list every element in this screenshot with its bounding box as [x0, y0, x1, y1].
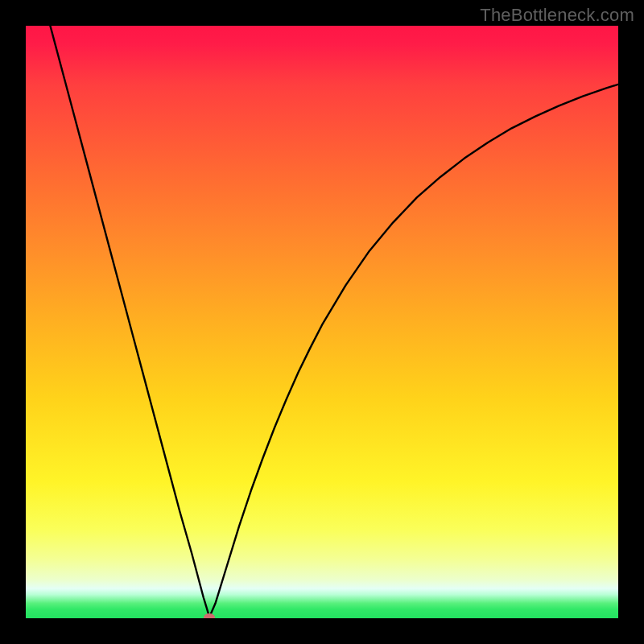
minimum-marker	[204, 613, 215, 618]
chart-frame: TheBottleneck.com	[0, 0, 644, 644]
plot-area	[26, 26, 618, 618]
bottleneck-curve	[26, 26, 618, 618]
curve-path	[26, 26, 618, 617]
watermark-text: TheBottleneck.com	[480, 5, 634, 26]
